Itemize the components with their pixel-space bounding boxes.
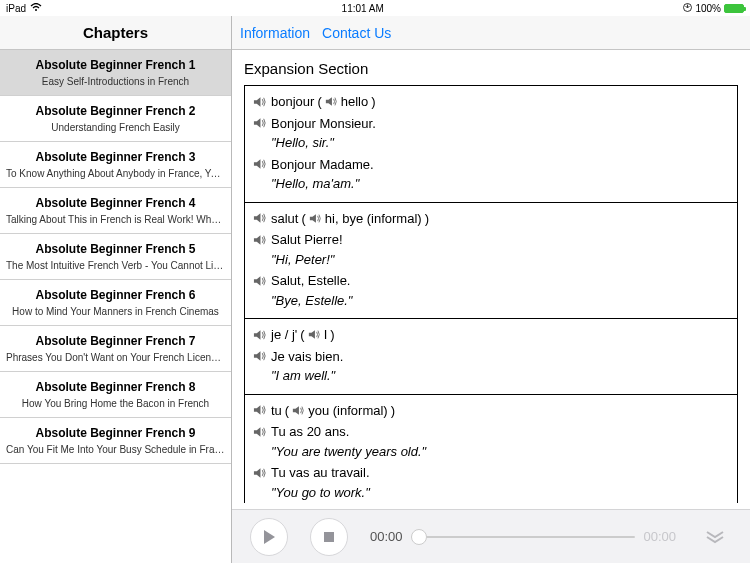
chapter-subtitle: How You Bring Home the Bacon in French [6, 398, 225, 409]
sidebar-item-chapter[interactable]: Absolute Beginner French 2Understanding … [0, 96, 231, 142]
battery-icon [724, 4, 744, 13]
speaker-icon[interactable] [253, 463, 267, 481]
chapter-list[interactable]: Absolute Beginner French 1Easy Self-Intr… [0, 50, 231, 563]
play-button[interactable] [250, 518, 288, 556]
sidebar-item-chapter[interactable]: Absolute Beginner French 7Phrases You Do… [0, 326, 231, 372]
chapter-title: Absolute Beginner French 7 [6, 334, 225, 348]
clock: 11:01 AM [42, 3, 683, 14]
example-fr: Tu as 20 ans. [271, 422, 729, 442]
seek-thumb[interactable] [411, 529, 427, 545]
example-fr: Bonjour Madame. [271, 155, 729, 175]
chapter-subtitle: Understanding French Easily [6, 122, 225, 133]
vocab-gloss: hi, bye (informal) [325, 209, 422, 229]
wifi-icon [30, 3, 42, 14]
speaker-icon[interactable] [325, 92, 338, 112]
example-en: "Hi, Peter!" [253, 250, 729, 270]
content-pane: Information Contact Us Expansion Section… [232, 16, 750, 563]
example-en: "Bye, Estelle." [253, 291, 729, 311]
vocab-group: tu ( you (informal) )Tu as 20 ans."You a… [245, 395, 737, 504]
vocab-word: je / j' [271, 325, 297, 345]
time-current: 00:00 [370, 529, 403, 544]
example-fr: Je vais bien. [271, 347, 729, 367]
chapter-title: Absolute Beginner French 8 [6, 380, 225, 394]
chapter-subtitle: Talking About This in French is Real Wor… [6, 214, 225, 225]
nav-contact-us[interactable]: Contact Us [322, 25, 391, 41]
chapter-title: Absolute Beginner French 2 [6, 104, 225, 118]
paren-close: ) [391, 401, 395, 421]
seek-track[interactable] [411, 536, 636, 538]
paren-open: ( [285, 401, 289, 421]
speaker-icon[interactable] [253, 209, 267, 227]
paren-open: ( [317, 92, 321, 112]
charging-icon [683, 3, 692, 14]
expansion-table: bonjour ( hello )Bonjour Monsieur."Hello… [244, 85, 738, 503]
vocab-word: bonjour [271, 92, 314, 112]
chapter-title: Absolute Beginner French 1 [6, 58, 225, 72]
vocab-group: salut ( hi, bye (informal) )Salut Pierre… [245, 203, 737, 320]
sidebar-item-chapter[interactable]: Absolute Beginner French 5The Most Intui… [0, 234, 231, 280]
chapter-subtitle: Easy Self-Introductions in French [6, 76, 225, 87]
speaker-icon[interactable] [253, 230, 267, 248]
device-label: iPad [6, 3, 26, 14]
chapter-subtitle: Phrases You Don't Want on Your French Li… [6, 352, 225, 363]
speaker-icon[interactable] [253, 114, 267, 132]
chapter-title: Absolute Beginner French 6 [6, 288, 225, 302]
speaker-icon[interactable] [309, 209, 322, 229]
example-en: "Hello, sir." [253, 133, 729, 153]
speaker-icon[interactable] [253, 401, 267, 419]
sidebar-item-chapter[interactable]: Absolute Beginner French 6How to Mind Yo… [0, 280, 231, 326]
paren-open: ( [300, 325, 304, 345]
speaker-icon[interactable] [253, 347, 267, 365]
speaker-icon[interactable] [253, 271, 267, 289]
svg-point-0 [35, 9, 37, 11]
chapter-title: Absolute Beginner French 4 [6, 196, 225, 210]
sidebar-item-chapter[interactable]: Absolute Beginner French 8How You Bring … [0, 372, 231, 418]
vocab-group: bonjour ( hello )Bonjour Monsieur."Hello… [245, 86, 737, 203]
stop-button[interactable] [310, 518, 348, 556]
nav-information[interactable]: Information [240, 25, 310, 41]
vocab-word: salut [271, 209, 298, 229]
vocab-gloss: you (informal) [308, 401, 387, 421]
status-bar: iPad 11:01 AM 100% [0, 0, 750, 16]
battery-pct: 100% [695, 3, 721, 14]
vocab-group: je / j' ( I )Je vais bien."I am well." [245, 319, 737, 395]
speaker-icon[interactable] [292, 401, 305, 421]
speaker-icon[interactable] [308, 325, 321, 345]
speaker-icon[interactable] [253, 422, 267, 440]
vocab-gloss: I [324, 325, 328, 345]
sidebar-item-chapter[interactable]: Absolute Beginner French 1Easy Self-Intr… [0, 50, 231, 96]
example-en: "I am well." [253, 366, 729, 386]
collapse-button[interactable] [698, 520, 732, 554]
example-en: "You go to work." [253, 483, 729, 503]
chapter-title: Absolute Beginner French 5 [6, 242, 225, 256]
section-title: Expansion Section [232, 50, 750, 85]
chapter-subtitle: Can You Fit Me Into Your Busy Schedule i… [6, 444, 225, 455]
example-en: "Hello, ma'am." [253, 174, 729, 194]
paren-close: ) [330, 325, 334, 345]
example-fr: Salut, Estelle. [271, 271, 729, 291]
chapter-subtitle: How to Mind Your Manners in French Cinem… [6, 306, 225, 317]
paren-open: ( [301, 209, 305, 229]
example-fr: Bonjour Monsieur. [271, 114, 729, 134]
chapter-subtitle: To Know Anything About Anybody in France… [6, 168, 225, 179]
speaker-icon[interactable] [253, 155, 267, 173]
sidebar: Chapters Absolute Beginner French 1Easy … [0, 16, 232, 563]
example-fr: Tu vas au travail. [271, 463, 729, 483]
time-duration: 00:00 [643, 529, 676, 544]
sidebar-item-chapter[interactable]: Absolute Beginner French 9Can You Fit Me… [0, 418, 231, 464]
sidebar-item-chapter[interactable]: Absolute Beginner French 4Talking About … [0, 188, 231, 234]
speaker-icon[interactable] [253, 325, 267, 343]
chapter-subtitle: The Most Intuitive French Verb - You Can… [6, 260, 225, 271]
sidebar-item-chapter[interactable]: Absolute Beginner French 3To Know Anythi… [0, 142, 231, 188]
sidebar-header: Chapters [0, 16, 231, 50]
seek-bar[interactable]: 00:00 00:00 [370, 529, 676, 544]
example-fr: Salut Pierre! [271, 230, 729, 250]
audio-player: 00:00 00:00 [232, 509, 750, 563]
vocab-gloss: hello [341, 92, 368, 112]
speaker-icon[interactable] [253, 92, 267, 110]
chapter-title: Absolute Beginner French 9 [6, 426, 225, 440]
chapter-title: Absolute Beginner French 3 [6, 150, 225, 164]
top-nav: Information Contact Us [232, 16, 750, 50]
vocab-word: tu [271, 401, 282, 421]
paren-close: ) [425, 209, 429, 229]
